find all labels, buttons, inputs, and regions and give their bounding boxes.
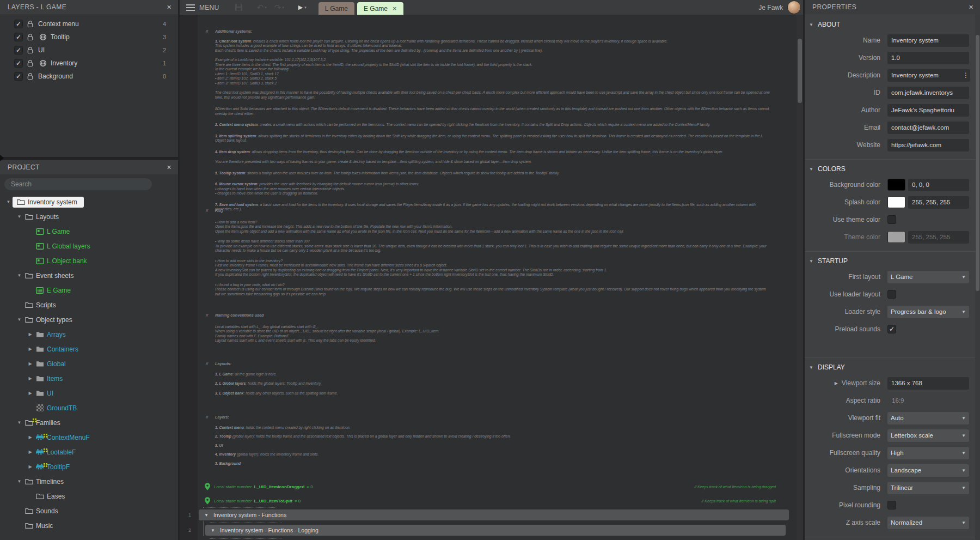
property-checkbox[interactable] xyxy=(887,215,896,224)
property-dropdown[interactable]: Progress bar & logo▼ xyxy=(887,306,969,318)
tree-item-global[interactable]: ▶Global xyxy=(0,356,178,371)
chevron-right-icon[interactable]: ▶ xyxy=(26,450,34,454)
comment-block[interactable]: //FAQ• How to add a new item?Open the It… xyxy=(206,209,771,296)
tab-e-game[interactable]: E Game× xyxy=(357,2,403,15)
tree-item-layouts[interactable]: ▼Layouts xyxy=(0,209,178,224)
property-input[interactable]: 1366 x 768 xyxy=(887,377,969,390)
tree-item-tooltipf[interactable]: ▶TooltipF xyxy=(0,459,178,474)
preview-play-button[interactable]: ▶▾ xyxy=(298,4,307,11)
chevron-right-icon[interactable]: ▶ xyxy=(26,376,34,381)
scrollbar-thumb[interactable] xyxy=(798,39,802,103)
tree-item-sounds[interactable]: Sounds xyxy=(0,503,178,518)
lock-icon[interactable] xyxy=(25,47,35,54)
lock-icon[interactable] xyxy=(25,21,35,28)
color-value-input[interactable]: 0, 0, 0 xyxy=(908,179,969,191)
chevron-right-icon[interactable]: ▶ xyxy=(26,332,34,337)
layer-row[interactable]: ✓Background0 xyxy=(0,70,178,83)
chevron-down-icon[interactable]: ▼ xyxy=(15,273,23,278)
layer-row[interactable]: ✓UI2 xyxy=(0,44,178,57)
property-input[interactable]: com.jefawk.inventorys xyxy=(887,87,969,99)
event-variable-row[interactable]: Local static numberL_UID_ItemIconDragged… xyxy=(205,482,776,491)
tree-item-timelines[interactable]: ▼Timelines xyxy=(0,474,178,489)
tree-item-event-sheets[interactable]: ▼Event sheets xyxy=(0,268,178,283)
layer-visible-checkbox[interactable]: ✓ xyxy=(14,72,23,81)
layer-visible-checkbox[interactable]: ✓ xyxy=(14,46,23,54)
close-tab-icon[interactable]: × xyxy=(393,4,397,13)
comment-block[interactable]: //Naming conventions usedLocal variables… xyxy=(206,313,771,343)
tree-item-lootablef[interactable]: ▶LootableF xyxy=(0,445,178,459)
comment-block[interactable]: //Layouts:1. L Game: all the game logic … xyxy=(206,362,771,396)
hamburger-menu-icon[interactable] xyxy=(186,4,195,11)
close-icon[interactable]: × xyxy=(166,163,173,172)
lock-icon[interactable] xyxy=(25,73,35,80)
tree-item-e-game[interactable]: E Game xyxy=(0,283,178,298)
chevron-right-icon[interactable]: ▶ xyxy=(26,361,34,366)
color-swatch[interactable] xyxy=(887,231,905,243)
chevron-down-icon[interactable]: ▼ xyxy=(15,420,23,425)
property-dropdown[interactable]: Normalized▼ xyxy=(887,517,969,529)
tree-item-groundtb[interactable]: GroundTB xyxy=(0,401,178,415)
tree-item-scripts[interactable]: Scripts xyxy=(0,298,178,312)
property-dropdown[interactable]: Letterbox scale▼ xyxy=(887,429,969,442)
comment-block[interactable]: //Layers:1. Context menu: holds the cont… xyxy=(206,415,771,466)
chevron-down-icon[interactable]: ▼ xyxy=(15,214,23,219)
layer-visible-checkbox[interactable]: ✓ xyxy=(14,59,23,68)
property-input[interactable]: Inventory system xyxy=(887,34,969,47)
ellipsis-menu-icon[interactable]: ⋮ xyxy=(963,71,969,79)
save-icon[interactable] xyxy=(235,3,243,11)
chevron-down-icon[interactable]: ▼ xyxy=(4,199,13,204)
comment-block[interactable]: //Additional systems:1. Chest loot syste… xyxy=(206,29,771,212)
tree-item-object-types[interactable]: ▼Object types xyxy=(0,312,178,327)
event-sheet-view[interactable]: //Additional systems:1. Chest loot syste… xyxy=(180,15,803,540)
section-header-colors[interactable]: ▼COLORS xyxy=(805,162,980,176)
layer-row[interactable]: ✓Inventory1 xyxy=(0,57,178,70)
tree-item-l-game[interactable]: L Game xyxy=(0,224,178,239)
property-input[interactable]: https://jefawk.com xyxy=(887,139,969,151)
property-dropdown[interactable]: Trilinear▼ xyxy=(887,482,969,494)
redo-icon[interactable]: ↷▾ xyxy=(274,3,284,11)
layer-row[interactable]: ✓Context menu4 xyxy=(0,17,178,31)
property-dropdown[interactable]: High▼ xyxy=(887,447,969,459)
tree-item-l-object-bank[interactable]: L Object bank xyxy=(0,253,178,268)
property-input[interactable]: Inventory system xyxy=(887,69,970,82)
property-dropdown[interactable]: L Game▼ xyxy=(887,271,969,283)
event-group-top[interactable]: ▼Inventory system - Functions xyxy=(199,509,789,520)
property-checkbox[interactable]: ✓ xyxy=(887,325,896,333)
properties-scrollbar[interactable] xyxy=(975,14,980,540)
property-checkbox[interactable] xyxy=(887,501,896,509)
menu-button[interactable]: MENU xyxy=(199,4,219,11)
tree-item-arrays[interactable]: ▶Arrays xyxy=(0,327,178,342)
avatar[interactable] xyxy=(787,1,801,14)
property-input[interactable]: JeFawk's Spaghettoriu xyxy=(887,104,969,117)
scrollbar-thumb[interactable] xyxy=(976,35,979,291)
lock-icon[interactable] xyxy=(25,34,35,41)
tree-item-containers[interactable]: ▶Containers xyxy=(0,342,178,356)
tree-item-families[interactable]: ▼Families xyxy=(0,415,178,430)
layer-row[interactable]: ✓Tooltip3 xyxy=(0,31,178,44)
property-input[interactable]: 1.0 xyxy=(887,52,969,64)
chevron-down-icon[interactable]: ▼ xyxy=(15,479,23,484)
chevron-right-icon[interactable]: ▶ xyxy=(26,391,34,396)
chevron-down-icon[interactable]: ▼ xyxy=(15,317,23,322)
chevron-right-icon[interactable]: ▶ xyxy=(26,435,34,440)
property-checkbox[interactable] xyxy=(887,290,896,299)
chevron-right-icon[interactable]: ▶ xyxy=(26,347,34,351)
undo-icon[interactable]: ↶▾ xyxy=(257,3,267,11)
tree-item-inventory-system[interactable]: ▼Inventory system xyxy=(0,195,178,209)
color-swatch[interactable] xyxy=(887,196,905,208)
tab-l-game[interactable]: L Game xyxy=(318,2,354,15)
event-group-nested[interactable]: ▼Inventory system - Functions - Logging xyxy=(205,525,786,536)
tree-item-eases[interactable]: Eases xyxy=(0,489,178,503)
layer-visible-checkbox[interactable]: ✓ xyxy=(14,33,23,41)
tree-item-ui[interactable]: ▶UI xyxy=(0,386,178,401)
section-header-startup[interactable]: ▼STARTUP xyxy=(805,254,980,268)
section-header-about[interactable]: ▼ABOUT xyxy=(805,17,980,32)
user-area[interactable]: Je Fawk xyxy=(758,1,801,14)
chevron-right-icon[interactable]: ▶ xyxy=(26,464,34,469)
event-variable-row[interactable]: Local static numberL_UID_ItemToSplit= 0/… xyxy=(205,496,776,505)
color-value-input[interactable]: 255, 255, 255 xyxy=(908,196,969,209)
chevron-right-icon[interactable]: ▶ xyxy=(835,381,838,386)
search-input[interactable] xyxy=(4,178,152,190)
section-header-display[interactable]: ▼DISPLAY xyxy=(805,360,980,374)
layer-visible-checkbox[interactable]: ✓ xyxy=(14,20,23,28)
